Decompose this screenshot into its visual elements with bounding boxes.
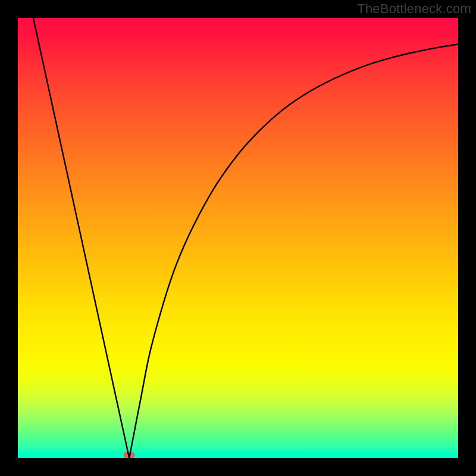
watermark-text: TheBottleneck.com xyxy=(357,1,471,17)
curve-svg xyxy=(18,18,458,458)
chart-frame: TheBottleneck.com xyxy=(0,0,476,476)
plot-area xyxy=(18,18,458,458)
bottleneck-curve xyxy=(33,18,458,458)
